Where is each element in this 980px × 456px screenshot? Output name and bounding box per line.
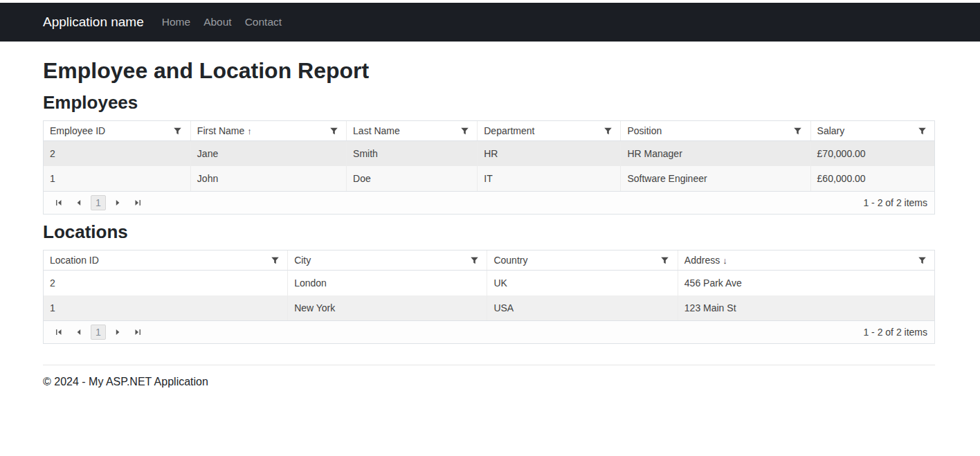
employees-header-row: Employee ID First Name↑ Last Name Depart…: [44, 121, 934, 141]
next-page-button[interactable]: [109, 325, 126, 340]
cell-location-id: 2: [44, 271, 288, 296]
cell-last-name: Doe: [347, 166, 478, 191]
pager-info: 1 - 2 of 2 items: [863, 327, 927, 338]
cell-address: 456 Park Ave: [678, 271, 934, 296]
column-header-department[interactable]: Department: [478, 121, 621, 141]
page-number-button[interactable]: 1: [91, 325, 106, 340]
column-label: Country: [493, 255, 527, 266]
filter-icon[interactable]: [792, 125, 804, 137]
locations-header-row: Location ID City Country Address↓: [44, 250, 934, 271]
nav-link-home[interactable]: Home: [162, 16, 190, 28]
filter-icon[interactable]: [468, 254, 480, 266]
column-label: Last Name: [353, 125, 400, 136]
column-label: City: [294, 255, 311, 266]
employees-heading: Employees: [43, 92, 935, 113]
pager-info: 1 - 2 of 2 items: [863, 197, 927, 208]
column-label: Employee ID: [50, 125, 105, 136]
column-label: Salary: [817, 125, 845, 136]
column-header-address[interactable]: Address↓: [678, 250, 934, 271]
cell-country: UK: [487, 271, 678, 296]
cell-location-id: 1: [44, 295, 288, 320]
cell-country: USA: [487, 295, 678, 320]
filter-icon[interactable]: [458, 125, 471, 137]
sort-desc-icon: ↓: [723, 255, 727, 266]
column-header-employee-id[interactable]: Employee ID: [44, 121, 190, 141]
cell-last-name: Smith: [347, 141, 478, 167]
filter-icon[interactable]: [269, 254, 281, 266]
first-page-button[interactable]: [51, 325, 67, 340]
table-row: 2 Jane Smith HR HR Manager £70,000.00: [44, 141, 934, 167]
locations-heading: Locations: [43, 221, 935, 243]
employees-grid: Employee ID First Name↑ Last Name Depart…: [43, 120, 935, 215]
cell-position: Software Engineer: [621, 166, 810, 191]
column-header-position[interactable]: Position: [621, 121, 810, 141]
last-page-button[interactable]: [129, 195, 146, 210]
page-title: Employee and Location Report: [43, 58, 935, 84]
locations-grid: Location ID City Country Address↓: [43, 250, 935, 344]
table-row: 2 London UK 456 Park Ave: [44, 271, 934, 296]
filter-icon[interactable]: [601, 125, 614, 137]
locations-table: Location ID City Country Address↓: [44, 250, 934, 320]
filter-icon[interactable]: [172, 125, 184, 137]
table-row: 1 John Doe IT Software Engineer £60,000.…: [44, 166, 934, 191]
prev-page-button[interactable]: [71, 195, 87, 210]
footer-copyright: © 2024 - My ASP.NET Application: [43, 376, 935, 388]
employees-pager: 1 1 - 2 of 2 items: [44, 191, 934, 214]
first-page-button[interactable]: [51, 195, 67, 210]
page-content: Employee and Location Report Employees E…: [0, 58, 980, 388]
app-brand-link[interactable]: Application name: [43, 15, 144, 30]
filter-icon[interactable]: [659, 254, 671, 266]
cell-first-name: John: [190, 166, 346, 191]
cell-first-name: Jane: [190, 141, 346, 167]
last-page-button[interactable]: [129, 325, 146, 340]
next-page-button[interactable]: [109, 195, 126, 210]
filter-icon[interactable]: [916, 125, 928, 137]
column-label: First Name: [197, 125, 244, 136]
cell-employee-id: 2: [44, 141, 190, 167]
cell-address: 123 Main St: [678, 295, 934, 320]
filter-icon[interactable]: [916, 254, 928, 266]
column-label: Department: [484, 125, 534, 136]
column-label: Position: [627, 125, 662, 136]
sort-asc-icon: ↑: [247, 126, 252, 136]
column-header-city[interactable]: City: [288, 250, 487, 271]
nav-link-about[interactable]: About: [203, 16, 232, 28]
cell-employee-id: 1: [44, 166, 190, 191]
column-header-country[interactable]: Country: [487, 250, 678, 271]
prev-page-button[interactable]: [71, 325, 87, 340]
cell-position: HR Manager: [621, 141, 810, 167]
cell-department: IT: [478, 166, 621, 191]
cell-salary: £70,000.00: [810, 141, 934, 167]
locations-pager: 1 1 - 2 of 2 items: [44, 320, 934, 343]
column-label: Location ID: [50, 255, 99, 266]
column-header-first-name[interactable]: First Name↑: [190, 121, 346, 141]
cell-salary: £60,000.00: [810, 166, 934, 191]
column-header-last-name[interactable]: Last Name: [347, 121, 478, 141]
nav-link-contact[interactable]: Contact: [245, 16, 282, 28]
employees-table: Employee ID First Name↑ Last Name Depart…: [44, 121, 934, 191]
column-header-salary[interactable]: Salary: [810, 121, 934, 141]
column-header-location-id[interactable]: Location ID: [44, 250, 288, 271]
cell-department: HR: [478, 141, 621, 167]
column-label: Address: [684, 255, 720, 266]
top-navbar: Application name Home About Contact: [0, 3, 980, 42]
page-number-button[interactable]: 1: [91, 195, 106, 210]
table-row: 1 New York USA 123 Main St: [44, 295, 934, 320]
filter-icon[interactable]: [327, 125, 340, 137]
footer-divider: [43, 365, 935, 365]
cell-city: New York: [288, 295, 487, 320]
cell-city: London: [288, 271, 487, 296]
